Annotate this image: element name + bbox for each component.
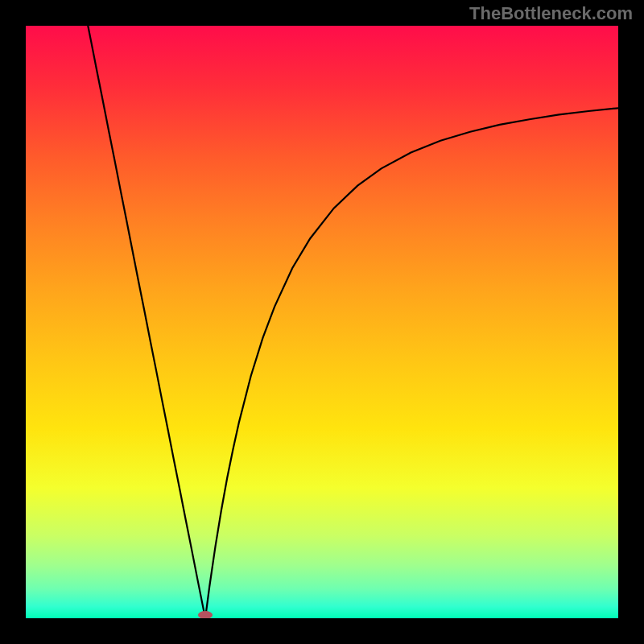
plot-area bbox=[26, 26, 618, 618]
curve-layer bbox=[26, 26, 618, 618]
chart-container: TheBottleneck.com bbox=[0, 0, 644, 644]
watermark-text: TheBottleneck.com bbox=[469, 3, 633, 24]
bottleneck-curve bbox=[88, 26, 618, 618]
trough-marker bbox=[198, 611, 213, 618]
